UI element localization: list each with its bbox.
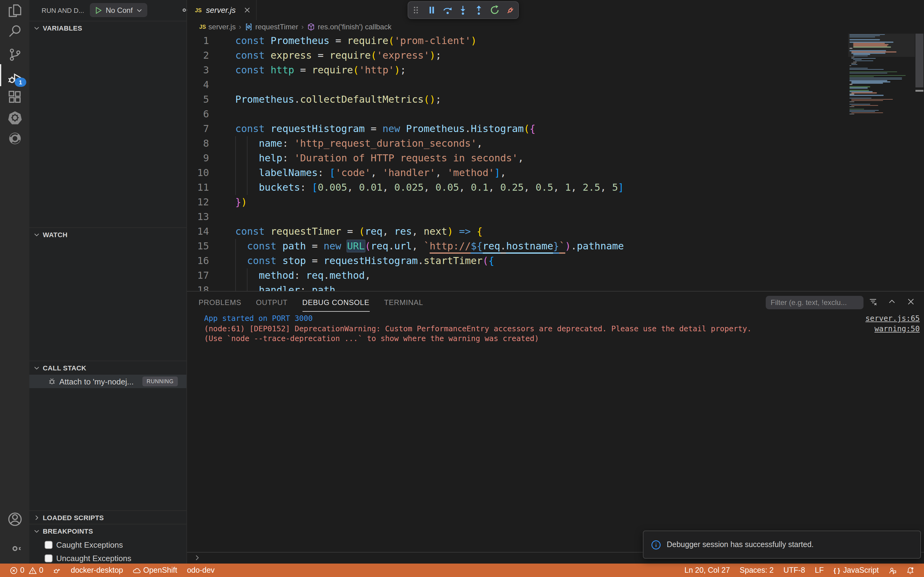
cursor-position[interactable]: Ln 20, Col 27 (679, 564, 735, 577)
checkbox[interactable] (45, 541, 53, 549)
activity-extensions-icon[interactable] (0, 87, 29, 108)
activity-openshift-icon[interactable] (0, 128, 29, 148)
code-text: const Prometheus = require('prom-client'… (235, 34, 476, 48)
notification-toast[interactable]: Debugger session has successfully starte… (643, 530, 921, 559)
section-header-breakpoints[interactable]: BREAKPOINTS (29, 524, 187, 538)
panel-tab-terminal[interactable]: TERMINAL (384, 292, 423, 311)
activity-explorer-icon[interactable] (0, 0, 29, 21)
panel-tab-debug-console[interactable]: DEBUG CONSOLE (302, 292, 369, 311)
minimap-line (851, 113, 883, 113)
restart-icon[interactable] (489, 5, 500, 15)
line-number[interactable]: 4 (187, 77, 209, 92)
chevron-down-icon (33, 364, 40, 372)
panel-tab-problems[interactable]: PROBLEMS (199, 292, 241, 311)
pause-icon[interactable] (427, 5, 437, 15)
console-source-link[interactable]: server.js:65 (865, 314, 920, 324)
activity-account-icon[interactable] (0, 509, 29, 529)
chevron-down-icon (136, 6, 143, 14)
tab-server-js[interactable]: JS server.js (187, 0, 257, 20)
line-number[interactable]: 15 (187, 239, 209, 254)
close-panel-icon[interactable] (906, 297, 916, 306)
panel-tab-output[interactable]: OUTPUT (256, 292, 288, 311)
activity-kubernetes-icon[interactable] (0, 107, 29, 128)
disconnect-icon[interactable] (505, 5, 515, 15)
breakpoint-row[interactable]: Caught Exceptions (29, 538, 187, 551)
line-number[interactable]: 2 (187, 48, 209, 63)
activity-source-control-icon[interactable] (0, 44, 29, 65)
breadcrumb-item[interactable]: res.on('finish') callback (307, 23, 391, 31)
minimap-line (851, 100, 883, 101)
openshift-status[interactable]: OpenShift (128, 564, 182, 577)
minimap-line (850, 90, 869, 91)
odo-dev-status[interactable]: odo-dev (182, 564, 219, 577)
breadcrumb-separator: › (301, 23, 304, 31)
eol[interactable]: LF (810, 564, 829, 577)
minimap-line (850, 114, 854, 114)
grip-icon[interactable] (411, 5, 421, 15)
code-editor[interactable]: 1const Prometheus = require('prom-client… (187, 34, 847, 291)
minimap-line (850, 48, 853, 49)
debug-config-dropdown[interactable]: No Conf (90, 3, 147, 17)
docker-context[interactable]: docker-desktop (66, 564, 128, 577)
code-line: 14const requestTimer = (req, res, next) … (187, 224, 847, 239)
symbol-method-icon (244, 23, 253, 31)
line-number[interactable]: 11 (187, 180, 209, 195)
breakpoint-row[interactable]: Uncaught Exceptions (29, 551, 187, 565)
filter-clear-icon[interactable] (868, 297, 877, 306)
indentation[interactable]: Spaces: 2 (735, 564, 779, 577)
checkbox[interactable] (45, 554, 53, 562)
scrollbar-slider[interactable] (916, 34, 923, 87)
encoding[interactable]: UTF-8 (779, 564, 810, 577)
line-number[interactable]: 6 (187, 107, 209, 122)
debug-alt-icon (53, 566, 61, 574)
session-status-badge: RUNNING (142, 377, 178, 386)
code-text: const http = require('http'); (235, 63, 406, 77)
line-number[interactable]: 14 (187, 224, 209, 239)
breadcrumb-item[interactable]: JSserver.js (199, 23, 236, 31)
line-number[interactable]: 7 (187, 122, 209, 136)
step-out-icon[interactable] (473, 5, 484, 15)
line-number[interactable]: 17 (187, 268, 209, 283)
language-mode[interactable]: { }JavaScript (829, 564, 884, 577)
minimap-line (853, 61, 857, 62)
section-header-call-stack[interactable]: CALL STACK (29, 361, 187, 375)
line-number[interactable]: 1 (187, 34, 209, 48)
section-header-watch[interactable]: WATCH (29, 228, 187, 242)
problems-status[interactable]: 0 0 (5, 564, 48, 577)
minimap-line (850, 71, 897, 73)
close-icon[interactable] (243, 6, 251, 14)
minimap-line (850, 110, 879, 111)
maximize-panel-icon[interactable] (887, 297, 897, 306)
line-number[interactable]: 18 (187, 283, 209, 291)
line-number[interactable]: 9 (187, 151, 209, 166)
console-source-link[interactable]: warning:50 (874, 324, 920, 334)
editor-group: JS server.js JSserver.js›requestTimer›re… (187, 0, 924, 291)
minimap[interactable] (848, 0, 915, 291)
line-number[interactable]: 8 (187, 136, 209, 151)
line-number[interactable]: 10 (187, 166, 209, 180)
section-breakpoints: BREAKPOINTSCaught ExceptionsUncaught Exc… (29, 524, 187, 564)
step-over-icon[interactable] (443, 5, 453, 15)
section-header-variables[interactable]: VARIABLES (29, 21, 187, 35)
debug-status[interactable] (48, 564, 66, 577)
line-number[interactable]: 13 (187, 210, 209, 224)
line-number[interactable]: 3 (187, 63, 209, 77)
code-line: 1const Prometheus = require('prom-client… (187, 34, 847, 48)
start-debug-icon[interactable] (94, 6, 103, 15)
call-stack-session-row[interactable]: Attach to 'my-nodej... RUNNING (29, 375, 187, 388)
debug-config-label: No Conf (106, 6, 133, 15)
line-number[interactable]: 12 (187, 195, 209, 210)
step-into-icon[interactable] (458, 5, 468, 15)
activity-search-icon[interactable] (0, 20, 29, 41)
line-number[interactable]: 16 (187, 254, 209, 268)
notifications-bell[interactable] (901, 564, 919, 577)
debug-console-filter-input[interactable] (766, 296, 863, 309)
console-output-line: (node:61) [DEP0152] DeprecationWarning: … (204, 324, 752, 334)
minimap-line (853, 43, 885, 44)
activity-settings-gear-icon[interactable] (0, 538, 29, 559)
section-header-loaded-scripts[interactable]: LOADED SCRIPTS (29, 511, 187, 524)
minimap-line (850, 109, 864, 110)
breadcrumb-item[interactable]: requestTimer (244, 23, 298, 31)
line-number[interactable]: 5 (187, 92, 209, 107)
feedback[interactable] (884, 564, 901, 577)
